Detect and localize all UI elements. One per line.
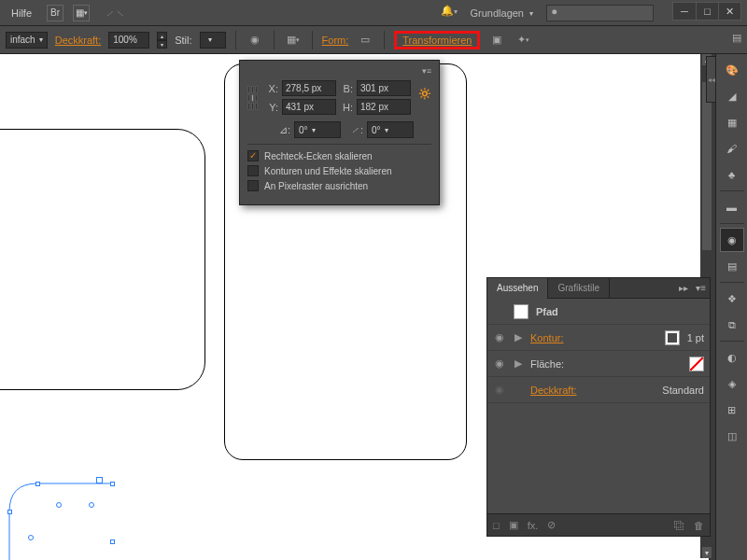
fx-label[interactable]: fx. <box>528 520 539 531</box>
brushes-icon[interactable]: 🖌 <box>720 136 744 161</box>
h-input[interactable] <box>357 99 411 115</box>
transparency-icon[interactable]: ◐ <box>720 345 744 370</box>
globe-icon[interactable]: ◉ <box>246 31 264 49</box>
anchor-point[interactable] <box>35 482 40 486</box>
pixel-grid-label: An Pixelraster ausrichten <box>264 181 368 191</box>
angle-input[interactable]: 0°▾ <box>294 121 341 138</box>
more-icon[interactable]: ✦▾ <box>514 31 532 49</box>
angle-icon: ⊿: <box>277 124 290 136</box>
object-row[interactable]: Pfad <box>487 299 710 325</box>
scale-corners-checkbox[interactable] <box>247 150 259 161</box>
arrange-icon[interactable]: ▦▾ <box>73 5 90 21</box>
search-input[interactable] <box>546 5 654 21</box>
layers-icon[interactable]: ❖ <box>720 287 744 311</box>
menu-help[interactable]: Hilfe <box>6 7 37 19</box>
bbox-handle[interactable] <box>96 477 103 483</box>
opacity-value: Standard <box>662 385 704 396</box>
transform-icon[interactable]: ◈ <box>720 371 744 396</box>
gradient-icon[interactable]: ◢ <box>720 84 744 108</box>
stroke-icon[interactable]: ▬ <box>720 195 744 219</box>
appearance-panel: Aussehen Grafikstile ▸▸ ▾≡ Pfad ◉ ▶ Kont… <box>486 277 711 537</box>
y-input[interactable] <box>282 99 336 115</box>
notification-icon[interactable]: 🔔▾ <box>441 5 458 17</box>
object-swatch <box>514 304 529 319</box>
fill-row[interactable]: ◉ ▶ Fläche: <box>487 351 710 377</box>
workspace-preset[interactable]: Grundlagen▾ <box>467 5 538 21</box>
visibility-icon[interactable]: ◉ <box>493 384 506 397</box>
appearance-icon[interactable]: ◉ <box>720 228 744 252</box>
isolate-icon[interactable]: ▣ <box>487 31 506 49</box>
gpu-icon[interactable]: ⟋⟍ <box>99 7 131 19</box>
scale-strokes-checkbox[interactable] <box>247 165 259 176</box>
stroke-label[interactable]: Kontur: <box>530 332 563 343</box>
w-input[interactable] <box>357 80 411 96</box>
x-input[interactable] <box>282 80 336 96</box>
opacity-row[interactable]: ◉ Deckkraft: Standard <box>487 377 710 403</box>
stroke-row[interactable]: ◉ ▶ Kontur: 1 pt <box>487 325 710 351</box>
graphic-styles-icon[interactable]: ▤ <box>720 254 744 278</box>
scroll-thumb[interactable] <box>702 82 712 250</box>
expand-icon[interactable]: ▶ <box>514 357 523 370</box>
panel-rail: 🎨 ◢ ▦ 🖌 ♣ ▬ ◉ ▤ ❖ ⧉ ◐ ◈ ⊞ ◫ <box>715 54 747 560</box>
shear-icon: ⟋: <box>345 124 363 135</box>
shape-label[interactable]: Form: <box>322 35 349 46</box>
panel-menu-icon[interactable]: ▾≡ <box>247 66 431 76</box>
artwork-rect-left[interactable] <box>0 129 205 390</box>
color-icon[interactable]: 🎨 <box>720 58 744 82</box>
trash-icon[interactable]: 🗑 <box>694 520 704 531</box>
align-icon[interactable]: ▦▾ <box>284 31 303 49</box>
transform-highlight: Transformieren <box>394 31 480 49</box>
panel-collapse-icon[interactable]: ▸▸ <box>675 283 692 293</box>
options-menu-icon[interactable]: ▤ <box>732 32 741 44</box>
pathfinder-icon[interactable]: ◫ <box>720 424 744 448</box>
swatches-icon[interactable]: ▦ <box>720 110 744 134</box>
shear-input[interactable]: 0°▾ <box>367 121 414 138</box>
fill-swatch[interactable] <box>689 357 704 371</box>
scale-strokes-label: Konturen und Effekte skalieren <box>264 166 392 176</box>
selected-path[interactable] <box>0 427 121 560</box>
transform-panel: ▾≡ X: B: Y: H: 🔆 ⊿: 0°▾ ⟋: 0°▾ Rechteck <box>239 60 440 205</box>
fill-label: Fläche: <box>530 358 564 370</box>
layer-icon[interactable]: ▣ <box>509 519 518 531</box>
clear-icon[interactable]: ⊘ <box>547 519 556 531</box>
object-label: Pfad <box>536 306 558 317</box>
opacity-label[interactable]: Deckkraft: <box>55 35 102 46</box>
corner-widget[interactable] <box>28 535 34 540</box>
panel-menu-icon[interactable]: ▾≡ <box>692 283 710 293</box>
anchor-point[interactable] <box>7 510 12 514</box>
stroke-swatch[interactable] <box>665 330 680 345</box>
symbols-icon[interactable]: ♣ <box>720 162 744 187</box>
scale-corners-label: Rechteck-Ecken skalieren <box>264 151 373 161</box>
bridge-icon[interactable]: Br <box>47 5 63 21</box>
anchor-point[interactable] <box>110 539 115 544</box>
duplicate-icon[interactable]: ⿻ <box>674 520 684 531</box>
tab-appearance[interactable]: Aussehen <box>487 278 548 299</box>
constrain-icon[interactable]: 🔆 <box>418 88 431 108</box>
profile-dropdown[interactable]: infach▾ <box>6 32 48 49</box>
close-button[interactable]: ✕ <box>718 3 740 20</box>
opacity-input[interactable] <box>108 32 149 49</box>
scroll-down-icon[interactable]: ▾ <box>702 547 712 558</box>
visibility-icon[interactable]: ◉ <box>493 331 506 344</box>
anchor-point[interactable] <box>110 482 115 486</box>
opacity-spinner[interactable]: ▴▾ <box>157 32 167 49</box>
minimize-button[interactable]: ─ <box>673 3 696 20</box>
shape-icon[interactable]: ▭ <box>356 31 374 49</box>
maximize-button[interactable]: □ <box>696 3 718 20</box>
transform-label[interactable]: Transformieren <box>402 35 472 46</box>
tab-graphic-styles[interactable]: Grafikstile <box>548 278 609 299</box>
corner-widget[interactable] <box>89 502 94 508</box>
align-icon[interactable]: ⊞ <box>720 398 744 422</box>
w-label: B: <box>340 83 353 94</box>
expand-icon[interactable]: ▶ <box>514 331 523 343</box>
panel-expand-handle[interactable]: ◂◂ <box>706 56 715 103</box>
visibility-icon[interactable]: ◉ <box>493 357 506 371</box>
x-label: X: <box>265 83 278 94</box>
opacity-label[interactable]: Deckkraft: <box>530 385 577 396</box>
reference-point[interactable] <box>247 86 258 110</box>
corner-widget[interactable] <box>56 502 62 508</box>
pixel-grid-checkbox[interactable] <box>247 180 259 191</box>
style-dropdown[interactable]: ▾ <box>200 32 226 49</box>
artboards-icon[interactable]: ⧉ <box>720 313 744 337</box>
no-style-icon[interactable]: □ <box>493 520 500 531</box>
